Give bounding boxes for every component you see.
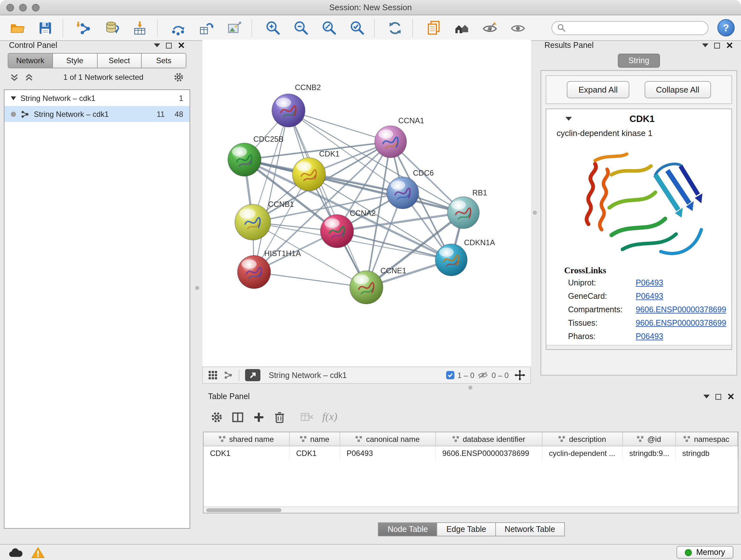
network-node-CDC25B[interactable] xyxy=(228,143,261,176)
tree-row-collection[interactable]: String Network – cdk1 1 xyxy=(4,90,190,106)
results-scrollbar[interactable] xyxy=(546,345,731,349)
tab-sets[interactable]: Sets xyxy=(142,54,186,68)
crosslink-tissues[interactable]: 9606.ENSP00000378699 xyxy=(636,319,731,327)
clone-network-button[interactable] xyxy=(195,17,217,38)
add-column-button[interactable] xyxy=(253,411,265,423)
network-node-CCNB1[interactable] xyxy=(235,204,271,240)
splitter-handle[interactable] xyxy=(533,211,537,214)
table-row[interactable]: CDK1 CDK1 P06493 9606.ENSP00000378699 cy… xyxy=(204,446,738,460)
column-header-database-identifier[interactable]: database identifier xyxy=(436,432,542,446)
expand-all-networks-icon[interactable] xyxy=(10,73,18,81)
table-horizontal-scrollbar[interactable] xyxy=(204,506,738,513)
cell-namespace[interactable]: stringdb xyxy=(676,446,738,460)
crosslink-compartments[interactable]: 9606.ENSP00000378699 xyxy=(636,305,731,314)
splitter-handle[interactable] xyxy=(468,386,472,389)
results-tab-string[interactable]: String xyxy=(617,54,660,68)
birdseye-view-button[interactable] xyxy=(245,369,260,381)
cell-name[interactable]: CDK1 xyxy=(290,446,340,460)
network-node-RB1[interactable] xyxy=(448,197,479,229)
delete-column-button[interactable] xyxy=(274,411,285,423)
column-header-id[interactable]: @id xyxy=(623,432,676,446)
panel-close-icon[interactable]: ✕ xyxy=(727,393,735,400)
open-session-button[interactable] xyxy=(6,17,28,38)
panel-float-icon[interactable] xyxy=(716,394,722,399)
tab-select[interactable]: Select xyxy=(97,54,142,68)
cell-database-identifier[interactable]: 9606.ENSP00000378699 xyxy=(436,446,542,460)
network-node-CDK1[interactable] xyxy=(292,158,326,191)
help-button[interactable]: ? xyxy=(718,19,735,37)
tab-edge-table[interactable]: Edge Table xyxy=(437,522,496,537)
tree-row-network[interactable]: String Network – cdk1 11 48 xyxy=(4,106,190,122)
network-node-HIST1H1A[interactable] xyxy=(238,255,271,289)
scrollbar-thumb[interactable] xyxy=(206,508,281,512)
show-columns-button[interactable] xyxy=(232,411,244,423)
column-header-description[interactable]: description xyxy=(542,432,623,446)
panel-collapse-icon[interactable] xyxy=(704,395,710,398)
crosslink-uniprot[interactable]: P06493 xyxy=(636,278,731,287)
network-node-CCNA1[interactable] xyxy=(375,126,407,158)
fit-move-icon[interactable] xyxy=(515,370,525,381)
selected-nodes-checkbox-icon[interactable] xyxy=(446,371,454,379)
function-builder-button[interactable]: f(x) xyxy=(322,411,337,423)
panel-close-icon[interactable]: ✕ xyxy=(178,42,185,49)
show-graphics-details-button[interactable] xyxy=(507,17,529,38)
panel-close-icon[interactable]: ✕ xyxy=(726,42,733,49)
panel-float-icon[interactable] xyxy=(715,43,720,48)
tab-network-table[interactable]: Network Table xyxy=(495,522,564,537)
zoom-out-button[interactable] xyxy=(290,17,312,38)
section-disclosure-icon[interactable] xyxy=(565,117,572,121)
panel-float-icon[interactable] xyxy=(166,43,172,48)
import-table-button[interactable] xyxy=(129,17,151,38)
tab-style[interactable]: Style xyxy=(53,54,98,68)
close-window-button[interactable] xyxy=(6,4,14,11)
tab-node-table[interactable]: Node Table xyxy=(378,522,437,537)
save-session-button[interactable] xyxy=(35,17,56,38)
cell-id[interactable]: stringdb:9... xyxy=(623,446,676,460)
import-network-file-button[interactable] xyxy=(73,17,94,38)
expand-all-button[interactable]: Expand All xyxy=(567,81,629,98)
column-header-shared-name[interactable]: shared name xyxy=(204,432,290,446)
collapse-all-networks-icon[interactable] xyxy=(25,73,33,81)
network-node-CCNE1[interactable] xyxy=(350,271,383,304)
cell-shared-name[interactable]: CDK1 xyxy=(204,446,290,460)
home-button[interactable] xyxy=(451,17,472,38)
memory-button[interactable]: Memory xyxy=(677,546,733,559)
network-node-CCNA2[interactable] xyxy=(320,214,354,248)
cloud-button[interactable] xyxy=(8,547,23,558)
cell-description[interactable]: cyclin-dependent ... xyxy=(542,446,623,460)
crosslink-pharos[interactable]: P06493 xyxy=(636,332,731,341)
disclosure-triangle-icon[interactable] xyxy=(11,96,16,100)
export-image-button[interactable] xyxy=(223,17,245,38)
network-edge-HIST1H1A-CCNE1[interactable] xyxy=(254,272,366,287)
collapse-all-button[interactable]: Collapse All xyxy=(645,81,711,98)
annotation-mode-button[interactable] xyxy=(479,17,500,38)
hidden-eye-icon[interactable] xyxy=(478,371,488,379)
column-header-name[interactable]: name xyxy=(290,432,340,446)
refresh-layout-button[interactable] xyxy=(384,17,406,38)
network-from-selection-button[interactable] xyxy=(167,17,189,38)
minimize-window-button[interactable] xyxy=(19,4,27,11)
network-node-CCNB2[interactable] xyxy=(272,94,305,127)
splitter-handle[interactable] xyxy=(195,286,199,290)
panel-collapse-icon[interactable] xyxy=(702,44,709,47)
zoom-window-button[interactable] xyxy=(32,4,40,11)
zoom-in-button[interactable] xyxy=(262,17,283,38)
clear-table-button[interactable] xyxy=(300,412,313,422)
network-view-icon[interactable] xyxy=(223,370,233,380)
tab-network[interactable]: Network xyxy=(8,54,53,68)
zoom-selected-button[interactable] xyxy=(346,17,367,38)
search-input[interactable] xyxy=(569,23,703,32)
column-header-canonical-name[interactable]: canonical name xyxy=(340,432,436,446)
crosslink-genecard[interactable]: P06493 xyxy=(636,292,731,301)
import-network-database-button[interactable] xyxy=(101,17,123,38)
table-settings-button[interactable] xyxy=(211,411,223,423)
warnings-button[interactable] xyxy=(31,546,45,558)
network-node-CDC6[interactable] xyxy=(387,177,419,209)
panel-collapse-icon[interactable] xyxy=(154,44,160,47)
grid-view-icon[interactable] xyxy=(208,370,218,380)
cell-canonical-name[interactable]: P06493 xyxy=(340,446,436,460)
zoom-fit-button[interactable] xyxy=(318,17,340,38)
document-copy-button[interactable] xyxy=(422,17,444,38)
network-canvas[interactable]: CCNB2CCNA1CDC25BCDK1CDC6RB1CCNB1CCNA2CDK… xyxy=(202,40,531,367)
network-node-CDKN1A[interactable] xyxy=(435,244,467,276)
